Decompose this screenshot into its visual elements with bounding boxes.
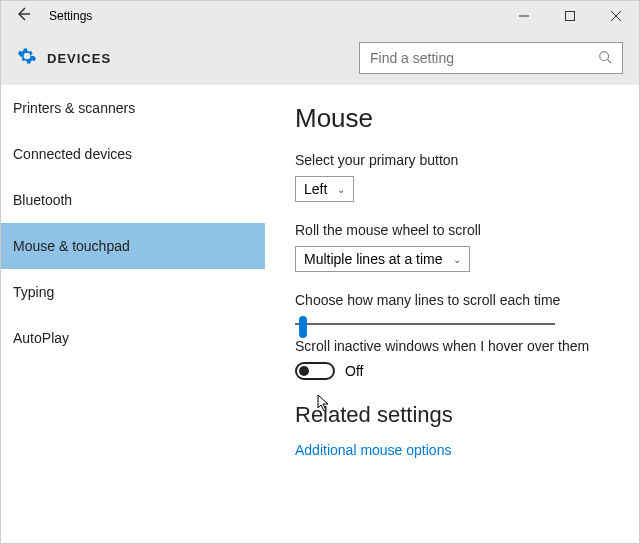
arrow-left-icon	[15, 6, 31, 22]
chevron-down-icon: ⌄	[453, 254, 461, 265]
additional-mouse-link[interactable]: Additional mouse options	[295, 442, 609, 458]
toggle-knob	[299, 366, 309, 376]
related-heading: Related settings	[295, 402, 609, 428]
lines-label: Choose how many lines to scroll each tim…	[295, 292, 609, 308]
svg-rect-1	[566, 12, 575, 21]
section-title: DEVICES	[47, 51, 111, 66]
sidebar-item-label: Typing	[13, 284, 54, 300]
page-title: Mouse	[295, 103, 609, 134]
sidebar-item-bluetooth[interactable]: Bluetooth	[1, 177, 265, 223]
lines-slider[interactable]	[295, 316, 609, 318]
close-button[interactable]	[593, 1, 639, 31]
dropdown-value: Multiple lines at a time	[304, 251, 443, 267]
sidebar-item-connected[interactable]: Connected devices	[1, 131, 265, 177]
wheel-scroll-label: Roll the mouse wheel to scroll	[295, 222, 609, 238]
inactive-label: Scroll inactive windows when I hover ove…	[295, 338, 609, 354]
window-title: Settings	[49, 9, 92, 23]
slider-thumb[interactable]	[299, 316, 307, 338]
search-icon	[598, 50, 612, 67]
toggle-state: Off	[345, 363, 363, 379]
sidebar: Printers & scanners Connected devices Bl…	[1, 85, 265, 544]
svg-point-4	[600, 51, 609, 60]
chevron-down-icon: ⌄	[337, 184, 345, 195]
header: DEVICES	[1, 31, 639, 85]
primary-button-dropdown[interactable]: Left ⌄	[295, 176, 354, 202]
dropdown-value: Left	[304, 181, 327, 197]
sidebar-item-label: Connected devices	[13, 146, 132, 162]
primary-button-label: Select your primary button	[295, 152, 609, 168]
minimize-button[interactable]	[501, 1, 547, 31]
close-icon	[611, 11, 621, 21]
maximize-button[interactable]	[547, 1, 593, 31]
cursor-icon	[317, 394, 331, 416]
maximize-icon	[565, 11, 575, 21]
sidebar-item-label: Printers & scanners	[13, 100, 135, 116]
svg-line-5	[608, 59, 612, 63]
sidebar-item-autoplay[interactable]: AutoPlay	[1, 315, 265, 361]
back-button[interactable]	[1, 6, 45, 26]
content: Mouse Select your primary button Left ⌄ …	[265, 85, 639, 544]
sidebar-item-mouse[interactable]: Mouse & touchpad	[1, 223, 265, 269]
titlebar: Settings	[1, 1, 639, 31]
sidebar-item-printers[interactable]: Printers & scanners	[1, 85, 265, 131]
search-input[interactable]	[370, 50, 598, 66]
minimize-icon	[519, 11, 529, 21]
sidebar-item-label: Mouse & touchpad	[13, 238, 130, 254]
slider-track	[295, 323, 555, 325]
sidebar-item-typing[interactable]: Typing	[1, 269, 265, 315]
sidebar-item-label: AutoPlay	[13, 330, 69, 346]
sidebar-item-label: Bluetooth	[13, 192, 72, 208]
gear-icon	[17, 46, 37, 70]
search-box[interactable]	[359, 42, 623, 74]
inactive-toggle[interactable]	[295, 362, 335, 380]
wheel-scroll-dropdown[interactable]: Multiple lines at a time ⌄	[295, 246, 470, 272]
